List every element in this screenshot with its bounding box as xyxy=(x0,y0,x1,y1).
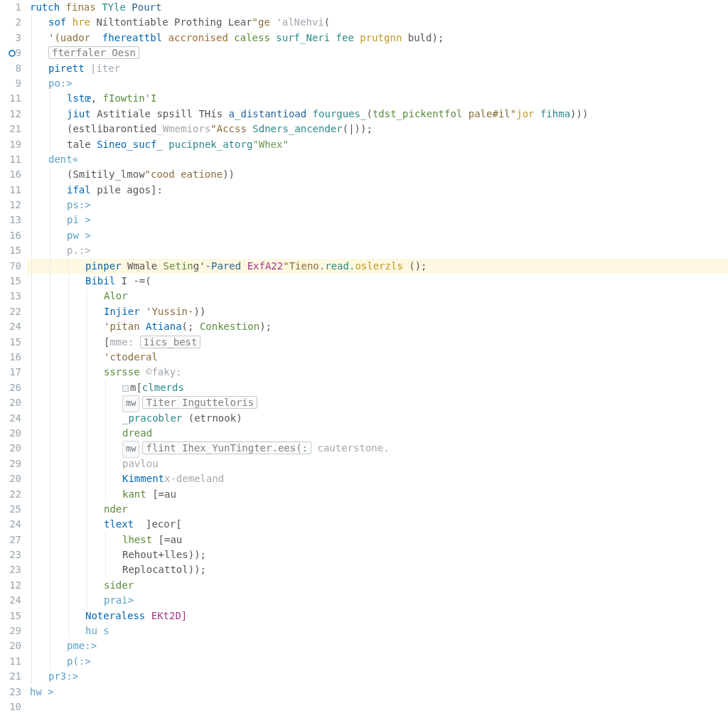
code-token: caless xyxy=(234,32,276,43)
code-line[interactable]: tlext ]ecor[ xyxy=(27,517,728,532)
code-line[interactable]: pavlou xyxy=(27,456,728,471)
line-number: 11 xyxy=(0,183,21,198)
code-line[interactable]: Injier 'Yussin-)) xyxy=(27,304,728,319)
code-line[interactable]: pme:> xyxy=(27,638,728,653)
indent-guide xyxy=(68,411,69,426)
indent-guide xyxy=(31,183,32,198)
code-token: ( xyxy=(324,16,330,28)
code-line[interactable]: '(uador fhereattbl accronised caless sur… xyxy=(27,31,728,46)
code-token: g' xyxy=(193,260,205,272)
code-line[interactable]: hw > xyxy=(27,685,728,700)
indent-guide xyxy=(87,502,87,517)
indent-guide xyxy=(68,319,69,334)
code-line[interactable]: Alor xyxy=(27,289,728,304)
code-line[interactable]: 'pitan Atiana(; Conkestion); xyxy=(27,319,728,334)
code-line[interactable]: rutch finas TYle Pourt xyxy=(27,0,728,15)
code-line[interactable]: Bibil I -=( xyxy=(27,274,728,289)
indent-guide xyxy=(87,365,87,380)
code-token: accronised xyxy=(168,32,235,43)
code-line[interactable]: sof hre Niltontiable Prothing Lear"ge 'a… xyxy=(27,15,728,30)
code-token: pale#il" xyxy=(469,108,516,119)
code-token: _pracobler xyxy=(122,412,188,424)
indent-guide xyxy=(50,350,50,365)
code-token: ); xyxy=(259,321,272,332)
code-line[interactable]: Noteraless EKt2D] xyxy=(27,609,728,623)
code-line[interactable]: sider xyxy=(27,578,728,593)
code-line[interactable]: mwTiter Ingutteloris xyxy=(27,395,728,410)
code-token: , xyxy=(91,92,103,104)
line-number: 29 xyxy=(0,456,21,471)
code-line[interactable]: (Smitily_lmow"cood eatione)) xyxy=(27,167,728,182)
code-line[interactable]: (estlibarontied_Wmemiors"Accss Sdners_an… xyxy=(27,122,728,136)
code-line[interactable]: po:> xyxy=(27,76,728,91)
line-number: 21 xyxy=(0,122,21,136)
code-token: Setin xyxy=(164,260,193,272)
code-line[interactable]: [mme: 1ics_best xyxy=(27,335,728,350)
code-line[interactable]: lhest [=au xyxy=(27,532,728,547)
code-token: Niltontiable Prothing Lear xyxy=(96,16,252,28)
code-line[interactable]: dent« xyxy=(27,152,728,167)
code-area[interactable]: rutch finas TYle Pourtsof hre Niltontiab… xyxy=(27,0,728,728)
indent-guide xyxy=(31,365,32,380)
indent-guide xyxy=(50,638,50,653)
code-line[interactable]: hu s xyxy=(27,623,728,638)
code-line[interactable]: pinper Wmale Seting'-Pared ExfA22"Tieno.… xyxy=(27,259,728,274)
code-token: Bibil xyxy=(85,275,122,287)
indent-guide xyxy=(31,76,32,91)
code-line[interactable]: tale Sineo_sucf_ pucipnek_atorg"Whex" xyxy=(27,137,728,152)
fold-toggle-icon[interactable] xyxy=(122,385,129,392)
indent-guide xyxy=(31,122,32,136)
code-token: oslerzls xyxy=(355,260,409,272)
line-number: 16 xyxy=(0,228,21,243)
breakpoint-icon[interactable] xyxy=(9,50,16,57)
line-number: 23 xyxy=(0,685,21,700)
code-token: Kimment xyxy=(122,473,164,484)
code-token: )) xyxy=(223,168,235,180)
code-line[interactable]: nder xyxy=(27,502,728,517)
code-line[interactable]: Rehout+lles)); xyxy=(27,547,728,562)
code-line[interactable]: ssrsse ©faky: xyxy=(27,365,728,380)
code-line[interactable]: ifal pile agos]: xyxy=(27,183,728,198)
indent-guide xyxy=(87,456,87,471)
code-line[interactable]: p.:> xyxy=(27,243,728,258)
indent-guide xyxy=(31,46,32,60)
code-line[interactable]: dread xyxy=(27,426,728,441)
code-line[interactable]: lstœ, fIowtin'I xyxy=(27,91,728,106)
code-line[interactable]: pirett |iter xyxy=(27,61,728,76)
code-line[interactable]: pw > xyxy=(27,228,728,243)
code-line[interactable]: kant [=au xyxy=(27,487,728,502)
code-line[interactable]: pi > xyxy=(27,213,728,228)
indent-guide xyxy=(68,623,69,638)
code-line[interactable]: pr3:> xyxy=(27,669,728,684)
line-number: 1 xyxy=(0,0,21,15)
code-line[interactable]: p(:> xyxy=(27,654,728,669)
indent-guide xyxy=(68,441,69,456)
code-line[interactable]: Replocattol)); xyxy=(27,562,728,577)
code-line[interactable]: m[clmerds xyxy=(27,380,728,395)
code-token: prai> xyxy=(104,594,134,606)
code-line[interactable]: 'ctoderal xyxy=(27,350,728,365)
code-token: x-demeland xyxy=(164,473,224,484)
indent-guide xyxy=(31,243,32,258)
code-line[interactable]: prai> xyxy=(27,593,728,608)
code-line[interactable] xyxy=(27,700,728,714)
line-number: 19 xyxy=(0,137,21,152)
indent-guide xyxy=(68,487,69,502)
code-token: (estlibarontied xyxy=(67,123,156,134)
code-editor[interactable]: 1239891112211911161112131615701513222415… xyxy=(0,0,728,728)
code-line[interactable]: mwflint Ihex_YunTingter.ees(: cauterston… xyxy=(27,441,728,456)
indent-guide xyxy=(50,395,50,410)
code-line[interactable]: _pracobler (etrnook) xyxy=(27,411,728,426)
indent-guide xyxy=(87,593,87,608)
code-line[interactable]: ps:> xyxy=(27,198,728,213)
indent-guide xyxy=(50,502,50,517)
code-token: "Whex" xyxy=(252,139,289,150)
code-line[interactable]: fterfaler Oesn xyxy=(27,46,728,60)
code-line[interactable]: Kimmentx-demeland xyxy=(27,471,728,486)
indent-guide xyxy=(31,669,32,684)
code-line[interactable]: jiut Astitiale spsill THís a_distantioad… xyxy=(27,107,728,122)
indent-guide xyxy=(50,228,50,243)
indent-guide xyxy=(50,91,50,106)
indent-guide xyxy=(31,61,32,76)
line-number: 9 xyxy=(0,46,21,60)
